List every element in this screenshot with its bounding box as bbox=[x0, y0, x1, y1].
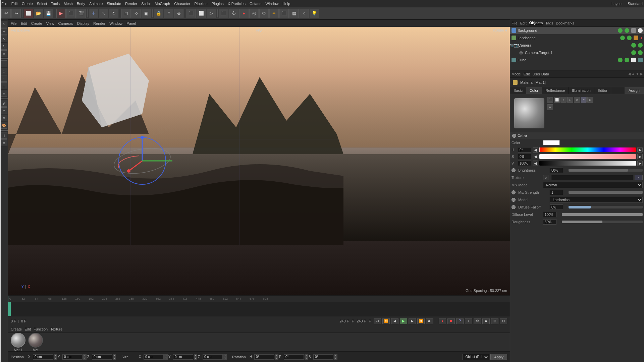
save-btn[interactable]: 💾 bbox=[44, 9, 53, 18]
autokey-btn[interactable]: ⏺ bbox=[447, 318, 455, 324]
render-active-btn[interactable]: ⬛ bbox=[66, 9, 76, 18]
obj-vis-cube2[interactable] bbox=[625, 58, 629, 62]
texture-toggle-btn[interactable]: ○ bbox=[543, 175, 548, 180]
obj-row-cube[interactable]: Cube bbox=[510, 56, 644, 64]
lt-select[interactable]: ↖ bbox=[1, 21, 7, 27]
scale-btn[interactable]: ⤡ bbox=[99, 9, 108, 18]
mat-menu-function[interactable]: Function bbox=[34, 327, 48, 331]
timeline-playhead[interactable] bbox=[8, 296, 8, 302]
menu-help[interactable]: Help bbox=[283, 2, 290, 6]
timeline-btn[interactable]: ⏱ bbox=[229, 9, 238, 18]
menu-file[interactable]: File bbox=[1, 2, 7, 6]
lt-morph[interactable]: ⊗ bbox=[1, 139, 7, 146]
lt-point[interactable]: · bbox=[1, 75, 7, 82]
key-mode-btn[interactable]: ◆ bbox=[482, 318, 490, 324]
mix-strength-toggle[interactable] bbox=[512, 190, 516, 194]
hue-slider[interactable] bbox=[539, 147, 636, 152]
obj-vis-cube[interactable] bbox=[618, 58, 623, 62]
h-value[interactable] bbox=[518, 147, 531, 153]
v-increase[interactable]: ▶ bbox=[637, 161, 643, 166]
render-view-btn[interactable]: 🎬 bbox=[76, 9, 86, 18]
mode-btn[interactable]: Mode bbox=[512, 72, 521, 76]
menu-window[interactable]: Window bbox=[265, 2, 278, 6]
menu-animate[interactable]: Animate bbox=[89, 2, 103, 6]
checker-btn[interactable]: ▦ bbox=[289, 9, 299, 18]
mat-item-1[interactable]: Mat.1 bbox=[11, 333, 25, 352]
tab-illumination[interactable]: Illumination bbox=[569, 87, 594, 94]
menu-octane[interactable]: Octane bbox=[250, 2, 261, 6]
menu-xparticles[interactable]: X-Particles bbox=[228, 2, 246, 6]
front-btn[interactable]: ⬜ bbox=[197, 9, 206, 18]
lt-magnet[interactable]: ⊛ bbox=[1, 115, 7, 121]
pos-z-input[interactable] bbox=[92, 354, 112, 360]
vp-menu-edit[interactable]: Edit bbox=[21, 21, 27, 25]
undo-btn[interactable]: ↩ bbox=[1, 9, 11, 18]
record-btn[interactable]: ● bbox=[439, 318, 446, 324]
side-btn[interactable]: ▷ bbox=[207, 9, 216, 18]
dope-btn[interactable]: ⊞ bbox=[491, 318, 498, 324]
rot-h-input[interactable] bbox=[254, 354, 274, 360]
menu-tools[interactable]: Tools bbox=[51, 2, 60, 6]
mode-right-arrow[interactable]: ▶ bbox=[640, 72, 643, 76]
tab-basic[interactable]: Basic bbox=[510, 87, 526, 94]
mat-tool-3[interactable]: ○ bbox=[560, 97, 567, 103]
rotate-btn[interactable]: ↻ bbox=[109, 9, 118, 18]
diffuse-falloff-value[interactable] bbox=[550, 204, 563, 210]
obj-vis-bg2[interactable] bbox=[625, 28, 629, 33]
userdata-btn[interactable]: User Data bbox=[533, 72, 549, 76]
open-btn[interactable]: 📂 bbox=[34, 9, 43, 18]
size-y-down[interactable]: ▼ bbox=[194, 357, 197, 360]
vp-menu-cameras[interactable]: Cameras bbox=[58, 21, 73, 25]
mat-menu-create[interactable]: Create bbox=[11, 327, 22, 331]
obj-menu-edit[interactable]: Edit bbox=[520, 21, 527, 25]
val-slider[interactable] bbox=[539, 161, 636, 166]
menu-mesh[interactable]: Mesh bbox=[64, 2, 73, 6]
lt-object[interactable]: ◇ bbox=[1, 68, 7, 74]
diffuse-falloff-toggle[interactable] bbox=[512, 205, 516, 209]
tab-editor[interactable]: Editor bbox=[594, 87, 611, 94]
roughness-value[interactable] bbox=[543, 219, 556, 225]
obj-menu-file[interactable]: File bbox=[512, 21, 518, 25]
obj-vis-cam[interactable] bbox=[631, 43, 636, 48]
info-btn[interactable]: ? bbox=[456, 318, 464, 324]
mat-swatch-2[interactable] bbox=[28, 333, 43, 348]
redo-btn[interactable]: ↪ bbox=[11, 9, 21, 18]
mode-up-arrow[interactable]: ▲ bbox=[631, 72, 635, 76]
s-increase[interactable]: ▶ bbox=[637, 154, 643, 159]
vp-menu-window[interactable]: Window bbox=[109, 21, 122, 25]
obj-vis-target[interactable] bbox=[631, 50, 636, 55]
preview-btn[interactable]: ⊟ bbox=[500, 318, 507, 324]
obj-vis-bg[interactable] bbox=[618, 28, 623, 33]
live-select-btn[interactable]: ⊹ bbox=[131, 9, 141, 18]
size-y-up[interactable]: ▲ bbox=[194, 354, 197, 357]
color-swatch-white[interactable] bbox=[543, 140, 560, 145]
size-x-input[interactable] bbox=[144, 354, 164, 360]
s-value[interactable] bbox=[518, 154, 531, 159]
rot-b-down[interactable]: ▼ bbox=[334, 357, 337, 360]
rot-p-down[interactable]: ▼ bbox=[305, 357, 308, 360]
render-btn[interactable]: ▶ bbox=[56, 9, 66, 18]
object-mode-select[interactable]: Object (Rel. World Screen bbox=[462, 354, 489, 360]
menu-plugins[interactable]: Plugins bbox=[212, 2, 224, 6]
v-decrease[interactable]: ◀ bbox=[533, 161, 538, 166]
matmgr-btn[interactable]: ⬛ bbox=[219, 9, 228, 18]
mat-tool-6[interactable]: # bbox=[581, 97, 587, 103]
mat-tool-1[interactable]: ⬛ bbox=[547, 97, 553, 103]
obj-tab-tags[interactable]: Tags bbox=[545, 21, 553, 25]
layout-value[interactable]: Standard bbox=[628, 2, 643, 6]
vp-menu-create[interactable]: Create bbox=[31, 21, 42, 25]
mat-menu-texture[interactable]: Texture bbox=[50, 327, 62, 331]
lt-move[interactable]: ✛ bbox=[1, 28, 7, 35]
pos-x-down[interactable]: ▼ bbox=[54, 357, 57, 360]
obj-row-camera-target[interactable]: ◎ Camera.Target.1 bbox=[510, 49, 644, 56]
mode-left-arrow[interactable]: ◀ bbox=[628, 72, 631, 76]
lt-brush[interactable]: 🖌 bbox=[1, 100, 7, 107]
menu-pipeline[interactable]: Pipeline bbox=[195, 2, 208, 6]
mix-strength-slider[interactable] bbox=[569, 191, 643, 194]
size-y-input[interactable] bbox=[173, 354, 193, 360]
brightness-slider[interactable] bbox=[569, 169, 643, 172]
vp-menu-display[interactable]: Display bbox=[77, 21, 89, 25]
lt-paint[interactable]: 🎨 bbox=[1, 122, 7, 129]
menu-body[interactable]: Body bbox=[77, 2, 85, 6]
v-value[interactable] bbox=[518, 161, 531, 166]
